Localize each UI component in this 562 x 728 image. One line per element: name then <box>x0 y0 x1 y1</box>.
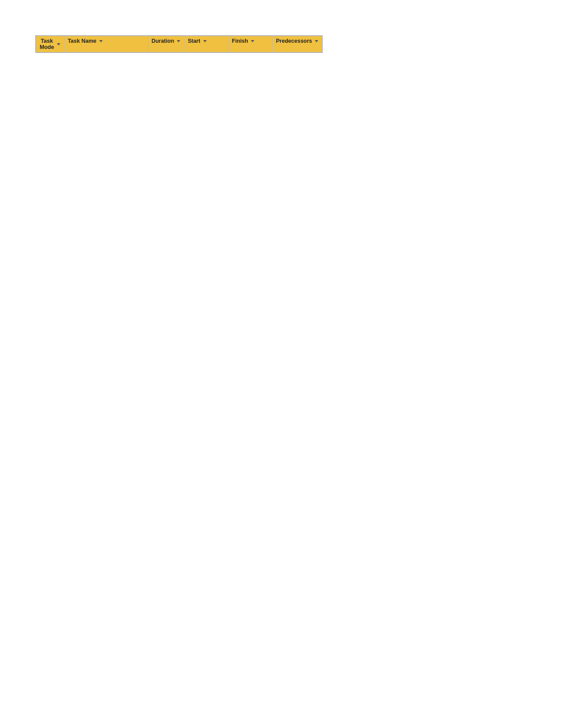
header-start-label: Start <box>188 38 200 44</box>
header-predecessors-label: Predecessors <box>276 38 312 44</box>
header-task-name[interactable]: Task Name <box>64 36 148 52</box>
header-duration[interactable]: Duration <box>148 36 184 52</box>
start-dropdown-icon[interactable] <box>203 40 207 42</box>
header-predecessors[interactable]: Predecessors <box>272 36 322 52</box>
header-task-mode[interactable]: TaskMode <box>36 36 64 52</box>
task-mode-dropdown-icon[interactable] <box>57 43 60 45</box>
header-task-name-label: Task Name <box>68 38 97 44</box>
finish-dropdown-icon[interactable] <box>251 40 254 42</box>
task-name-dropdown-icon[interactable] <box>99 40 103 42</box>
page-container: TaskMode Task Name Duration <box>0 0 562 728</box>
gantt-table: TaskMode Task Name Duration <box>36 36 322 52</box>
header-finish-label: Finish <box>232 38 248 44</box>
header-duration-label: Duration <box>152 38 174 44</box>
header-start[interactable]: Start <box>184 36 228 52</box>
predecessors-dropdown-icon[interactable] <box>315 40 318 42</box>
header-finish[interactable]: Finish <box>228 36 272 52</box>
gantt-table-wrapper: TaskMode Task Name Duration <box>35 35 323 53</box>
network-diagram <box>35 81 353 138</box>
duration-dropdown-icon[interactable] <box>177 40 180 42</box>
header-task-mode-label: TaskMode <box>40 38 54 50</box>
